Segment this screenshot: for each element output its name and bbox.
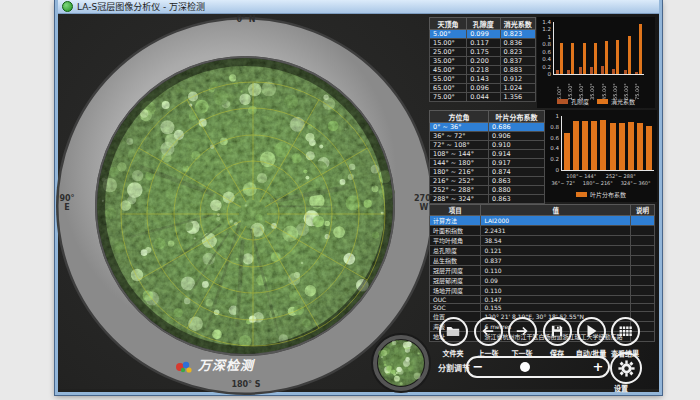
table-cell: 冠层开阔度	[430, 266, 481, 276]
bar	[628, 122, 634, 170]
table-row[interactable]: 288° ~ 324°0.863	[430, 195, 545, 204]
table-row[interactable]: 平均叶倾角38.54	[430, 236, 655, 246]
table-row[interactable]: 45.00°0.2180.883	[430, 66, 536, 75]
bar	[628, 36, 631, 74]
y-tick-label: 0	[538, 71, 551, 77]
table-cell: 0.117	[467, 39, 500, 48]
logo-url: WWW.WSEEN.COM	[198, 372, 254, 377]
table-row[interactable]: SOC0.155	[430, 304, 655, 312]
bar	[590, 67, 593, 74]
title-bar: LA-S冠层图像分析仪 - 万深检测	[58, 0, 659, 14]
table-row[interactable]: 252° ~ 288°0.880	[430, 186, 545, 195]
bar	[624, 70, 627, 74]
table-row[interactable]: 15.00°0.1170.836	[430, 39, 536, 48]
table-cell: 5.00°	[430, 30, 467, 39]
table-cell	[630, 216, 654, 226]
table-row[interactable]: 180° ~ 216°0.874	[430, 168, 545, 177]
compass-label-east: 90° E	[58, 194, 76, 212]
table-cell: 0.218	[467, 66, 500, 75]
table-cell: 0.044	[467, 93, 500, 102]
y-tick-label: 0.4	[546, 145, 559, 151]
table-cell: 0.883	[500, 66, 535, 75]
table-cell: 0° ~ 36°	[430, 123, 489, 132]
table-row[interactable]: 5.00°0.0990.823	[430, 30, 536, 39]
table-row[interactable]: 108° ~ 144°0.914	[430, 150, 545, 159]
slider-minus-button[interactable]: −	[468, 359, 488, 375]
table-row[interactable]: 216° ~ 252°0.863	[430, 177, 545, 186]
chart-plot-area	[553, 22, 644, 75]
app-window: LA-S冠层图像分析仪 - 万深检测	[55, 0, 662, 395]
table-row[interactable]: 75.00°0.0441.356	[430, 93, 536, 102]
table-cell: 0.686	[489, 123, 545, 132]
table-row[interactable]: 65.00°0.0961.024	[430, 84, 536, 93]
bar	[619, 123, 625, 170]
table-row[interactable]: 0° ~ 36°0.686	[430, 123, 545, 132]
zenith-bar-chart: 00.20.40.60.811.21.45.00°15.00°25.00°35.…	[537, 17, 655, 108]
table-cell: 38.54	[481, 236, 630, 246]
window-title: LA-S冠层图像分析仪 - 万深检测	[77, 0, 205, 13]
table-cell: 冠层郁闭度	[430, 276, 481, 286]
table-cell: 0.175	[467, 48, 500, 57]
x-tick-row: 36°~ 72° 180°~ 216° 324°~ 360°	[545, 180, 657, 186]
compass-label-north: 0° N	[226, 15, 266, 24]
table-row[interactable]: 丛生指数0.837	[430, 256, 655, 266]
zenith-table: 天顶角孔隙度消光系数5.00°0.0990.82315.00°0.1170.83…	[429, 17, 536, 102]
logo-name: 万深检测	[198, 359, 254, 372]
table-cell: 场地开阔度	[430, 286, 481, 296]
bar	[573, 121, 579, 170]
legend-swatch	[597, 99, 608, 104]
chart-legend: 孔隙度消光系数	[537, 97, 655, 106]
table-row[interactable]: 35.00°0.2000.837	[430, 57, 536, 66]
table-cell: 288° ~ 324°	[430, 195, 489, 204]
table-row[interactable]: 冠层郁闭度0.09	[430, 276, 655, 286]
legend-item: 叶片分布系数	[576, 190, 626, 199]
table-row[interactable]: 36° ~ 72°0.906	[430, 132, 545, 141]
table-cell: 35.00°	[430, 57, 467, 66]
bar	[582, 121, 588, 170]
table-row[interactable]: 25.00°0.1750.823	[430, 48, 536, 57]
y-tick-label: 1	[538, 34, 551, 40]
wseen-logo-icon	[174, 359, 194, 377]
table-cell: 0.823	[500, 30, 535, 39]
table-cell	[630, 286, 654, 296]
table-cell: 0.147	[481, 296, 630, 304]
bar	[583, 43, 586, 74]
table-row[interactable]: 总孔隙度0.121	[430, 246, 655, 256]
table-cell: 2.2431	[481, 226, 630, 236]
table-row[interactable]: 叶面积指数2.2431	[430, 226, 655, 236]
y-tick-label: 0.2	[538, 64, 551, 70]
table-cell: 1.356	[500, 93, 535, 102]
table-row[interactable]: 55.00°0.1430.912	[430, 75, 536, 84]
bar	[601, 66, 604, 74]
table-row[interactable]: 72° ~ 108°0.910	[430, 141, 545, 150]
table-cell: 0.110	[481, 286, 630, 296]
table-row[interactable]: 冠层开阔度0.110	[430, 266, 655, 276]
table-cell: 丛生指数	[430, 256, 481, 266]
table-cell: 总孔隙度	[430, 246, 481, 256]
table-cell	[630, 236, 654, 246]
table-row[interactable]: 场地开阔度0.110	[430, 286, 655, 296]
table-cell: 0.099	[467, 30, 500, 39]
bar	[567, 70, 570, 74]
settings-button[interactable]	[610, 352, 642, 384]
segmentation-slider[interactable]: − +	[466, 356, 610, 378]
table-cell: 15.00°	[430, 39, 467, 48]
bar	[591, 121, 597, 170]
table-cell: 1.024	[500, 84, 535, 93]
table-row[interactable]: 144° ~ 180°0.917	[430, 159, 545, 168]
table-cell: 0.096	[467, 84, 500, 93]
slider-plus-button[interactable]: +	[588, 359, 608, 375]
bar	[556, 70, 559, 74]
gear-icon	[618, 360, 635, 377]
table-row[interactable]: OUC0.147	[430, 296, 655, 304]
y-tick-label: 1	[546, 113, 559, 119]
thumbnail-image[interactable]	[368, 332, 434, 394]
slider-knob[interactable]	[520, 362, 530, 372]
table-cell: OUC	[430, 296, 481, 304]
table-cell: 0.837	[481, 256, 630, 266]
table-row[interactable]: 计算方法LAI2000	[430, 216, 655, 226]
table-cell: 108° ~ 144°	[430, 150, 489, 159]
table-cell: 0.880	[489, 186, 545, 195]
table-cell: 0.910	[489, 141, 545, 150]
table-cell: SOC	[430, 304, 481, 312]
